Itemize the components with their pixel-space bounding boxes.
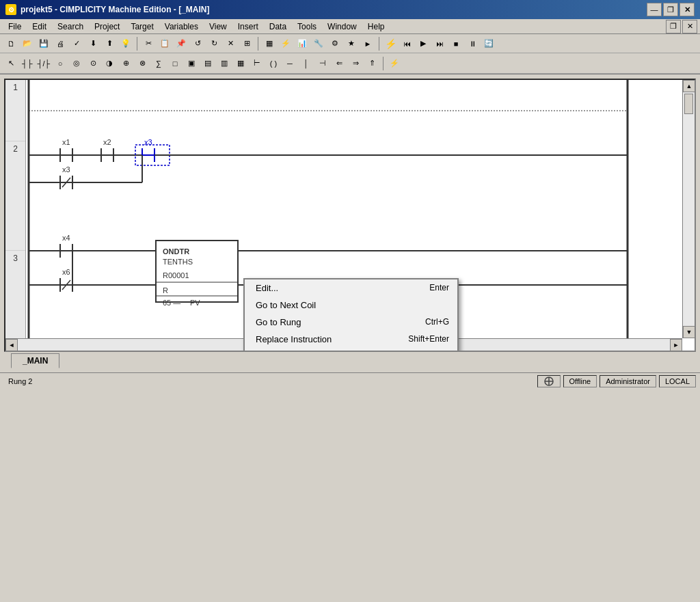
status-location: LOCAL bbox=[659, 375, 696, 387]
toolbar-new[interactable]: 🗋 bbox=[3, 36, 18, 51]
ctx-next-coil[interactable]: Go to Next Coil bbox=[245, 297, 457, 314]
toolbar-redo[interactable]: ↻ bbox=[206, 36, 221, 51]
minimize-button[interactable]: — bbox=[647, 3, 662, 16]
toolbar-upload[interactable]: ⬆ bbox=[102, 36, 117, 51]
context-menu: Edit... Enter Go to Next Coil Go to Rung… bbox=[243, 278, 459, 352]
toolbar-row-1: 🗋 📂 💾 🖨 ✓ ⬇ ⬆ 💡 ✂ 📋 📌 ↺ ↻ ✕ ⊞ ▦ ⚡ 📊 🔧 ⚙ … bbox=[0, 34, 700, 53]
ladder-timer[interactable]: ⊕ bbox=[118, 56, 133, 71]
ladder-math[interactable]: ∑ bbox=[151, 56, 166, 71]
status-rung: Rung 2 bbox=[3, 377, 537, 385]
ladder-zap[interactable]: ⚡ bbox=[387, 56, 402, 71]
ladder-branch[interactable]: ⊢ bbox=[250, 56, 265, 71]
toolbar-btn-e[interactable]: ⚙ bbox=[327, 36, 342, 51]
svg-text:x6: x6 bbox=[62, 268, 70, 276]
scroll-up-button[interactable]: ▲ bbox=[683, 80, 695, 92]
toolbar-btn-g[interactable]: ► bbox=[360, 36, 375, 51]
menu-help[interactable]: Help bbox=[362, 19, 390, 33]
toolbar-btn-f[interactable]: ★ bbox=[344, 36, 359, 51]
toolbar-grid[interactable]: ⊞ bbox=[239, 36, 254, 51]
svg-text:PV: PV bbox=[190, 299, 200, 307]
ladder-fn3[interactable]: ⇑ bbox=[364, 56, 379, 71]
ladder-box2[interactable]: ▣ bbox=[184, 56, 199, 71]
toolbar-cut[interactable]: ✂ bbox=[141, 36, 156, 51]
toolbar-save[interactable]: 💾 bbox=[36, 36, 51, 51]
toolbar-sep-1 bbox=[137, 37, 137, 51]
scroll-down-button[interactable]: ▼ bbox=[683, 326, 695, 338]
status-bar: Rung 2 Offline Administrator LOCAL bbox=[0, 372, 700, 389]
ladder-box5[interactable]: ▦ bbox=[233, 56, 248, 71]
ladder-select[interactable]: ↖ bbox=[3, 56, 18, 71]
scroll-left-button[interactable]: ◄ bbox=[5, 339, 18, 351]
ladder-fn2[interactable]: ⇒ bbox=[348, 56, 363, 71]
ladder-circle3[interactable]: ⊙ bbox=[85, 56, 100, 71]
toolbar-open[interactable]: 📂 bbox=[20, 36, 35, 51]
ctx-go-to-rung-shortcut: Ctrl+G bbox=[425, 317, 449, 327]
row-num-3: 3 bbox=[5, 251, 25, 352]
inner-restore-button[interactable]: ❐ bbox=[666, 20, 681, 33]
toolbar-print[interactable]: 🖨 bbox=[53, 36, 68, 51]
toolbar-btn-b[interactable]: ⚡ bbox=[278, 36, 293, 51]
svg-text:R00001: R00001 bbox=[163, 271, 189, 279]
ctx-watch[interactable]: Watch Ctrl+W bbox=[245, 348, 457, 352]
toolbar-download[interactable]: ⬇ bbox=[85, 36, 100, 51]
ctx-edit[interactable]: Edit... Enter bbox=[245, 279, 457, 297]
ctx-go-to-rung[interactable]: Go to Rung Ctrl+G bbox=[245, 314, 457, 331]
toolbar-light[interactable]: 💡 bbox=[118, 36, 133, 51]
toolbar-btn-c[interactable]: 📊 bbox=[295, 36, 310, 51]
restore-button[interactable]: ❐ bbox=[663, 3, 678, 16]
toolbar-btn-a[interactable]: ▦ bbox=[262, 36, 277, 51]
ladder-fn1[interactable]: ⇐ bbox=[332, 56, 347, 71]
ladder-box4[interactable]: ▥ bbox=[217, 56, 232, 71]
menu-insert[interactable]: Insert bbox=[232, 19, 264, 33]
scroll-right-button[interactable]: ► bbox=[670, 339, 682, 351]
ctx-watch-label: Watch bbox=[256, 351, 280, 352]
toolbar-run7[interactable]: 🔄 bbox=[481, 36, 496, 51]
scroll-track-v[interactable] bbox=[683, 92, 695, 326]
toolbar-delete[interactable]: ✕ bbox=[223, 36, 238, 51]
toolbar-run5[interactable]: ■ bbox=[448, 36, 463, 51]
menu-view[interactable]: View bbox=[204, 19, 232, 33]
menu-tools[interactable]: Tools bbox=[292, 19, 322, 33]
tab-main[interactable]: _MAIN bbox=[11, 353, 59, 368]
toolbar-run4[interactable]: ⏭ bbox=[432, 36, 447, 51]
ladder-circle2[interactable]: ◎ bbox=[69, 56, 84, 71]
toolbar-row-2: ↖ ┤├ ┤/├ ○ ◎ ⊙ ◑ ⊕ ⊗ ∑ □ ▣ ▤ ▥ ▦ ⊢ ( ) ─… bbox=[0, 53, 700, 74]
menu-window[interactable]: Window bbox=[322, 19, 362, 33]
toolbar-run6[interactable]: ⏸ bbox=[465, 36, 480, 51]
scrollbar-vertical[interactable]: ▲ ▼ bbox=[682, 80, 695, 338]
ladder-wire-v[interactable]: │ bbox=[299, 56, 314, 71]
menu-project[interactable]: Project bbox=[89, 19, 125, 33]
toolbar-run1[interactable]: ⚡ bbox=[383, 36, 398, 51]
menu-file[interactable]: File bbox=[3, 19, 27, 33]
ladder-end[interactable]: ⊣ bbox=[315, 56, 330, 71]
menu-search[interactable]: Search bbox=[52, 19, 89, 33]
title-bar: ⚙ projekt5 - CIMPLICITY Machine Edition … bbox=[0, 0, 700, 19]
toolbar-check[interactable]: ✓ bbox=[69, 36, 84, 51]
title-bar-controls: — ❐ ✕ bbox=[647, 3, 695, 16]
toolbar-run3[interactable]: ▶ bbox=[416, 36, 431, 51]
toolbar-copy[interactable]: 📋 bbox=[157, 36, 172, 51]
menu-data[interactable]: Data bbox=[264, 19, 292, 33]
ladder-wire-h[interactable]: ─ bbox=[282, 56, 297, 71]
menu-edit[interactable]: Edit bbox=[27, 19, 52, 33]
scroll-thumb-v[interactable] bbox=[684, 94, 693, 114]
ladder-circle1[interactable]: ○ bbox=[53, 56, 68, 71]
ctx-next-coil-label: Go to Next Coil bbox=[256, 300, 316, 310]
ladder-box3[interactable]: ▤ bbox=[200, 56, 215, 71]
ladder-contact-nc[interactable]: ┤/├ bbox=[36, 56, 51, 71]
menu-variables[interactable]: Variables bbox=[159, 19, 204, 33]
toolbar-btn-d[interactable]: 🔧 bbox=[311, 36, 326, 51]
ladder-box1[interactable]: □ bbox=[167, 56, 183, 71]
ladder-counter[interactable]: ⊗ bbox=[135, 56, 150, 71]
ladder-contact-no[interactable]: ┤├ bbox=[20, 56, 35, 71]
toolbar-run2[interactable]: ⏮ bbox=[399, 36, 414, 51]
toolbar-paste[interactable]: 📌 bbox=[174, 36, 189, 51]
status-offline: Offline bbox=[563, 375, 597, 387]
ladder-circle4[interactable]: ◑ bbox=[102, 56, 117, 71]
inner-close-button[interactable]: ✕ bbox=[682, 20, 697, 33]
ctx-replace-instruction[interactable]: Replace Instruction Shift+Enter bbox=[245, 331, 457, 348]
toolbar-undo[interactable]: ↺ bbox=[190, 36, 205, 51]
ladder-coil[interactable]: ( ) bbox=[266, 56, 281, 71]
menu-target[interactable]: Target bbox=[125, 19, 159, 33]
close-button[interactable]: ✕ bbox=[679, 3, 695, 16]
